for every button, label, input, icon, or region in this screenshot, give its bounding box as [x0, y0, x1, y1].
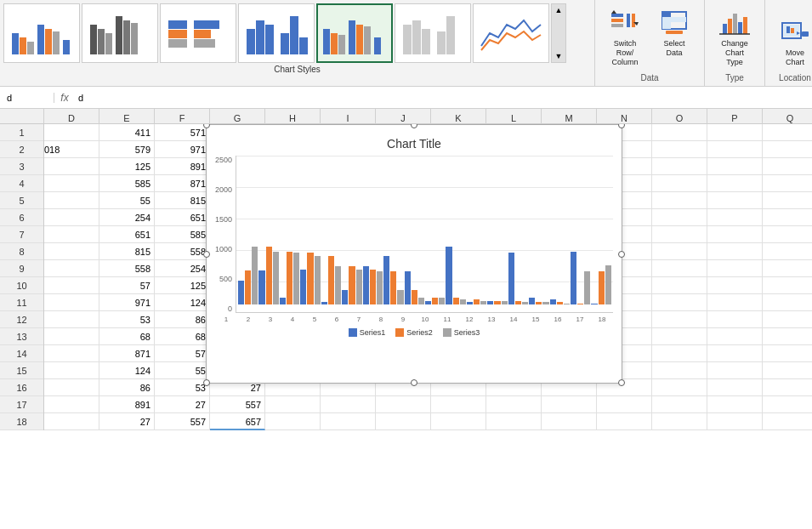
cell-d-3[interactable]	[44, 175, 99, 192]
cell-empty-13-3[interactable]	[763, 175, 812, 192]
cell-e-12[interactable]: 68	[99, 328, 155, 345]
cell-empty-7-17[interactable]	[431, 413, 486, 430]
cell-f-11[interactable]: 86	[155, 311, 210, 328]
col-header-i[interactable]: I	[321, 109, 376, 124]
cell-f-13[interactable]: 57	[155, 345, 210, 362]
cell-empty-11-15[interactable]	[652, 379, 707, 396]
cell-d-15[interactable]	[44, 379, 99, 396]
cell-f-2[interactable]: 891	[155, 158, 210, 175]
cell-d-4[interactable]	[44, 192, 99, 209]
cell-f-10[interactable]: 124	[155, 294, 210, 311]
col-header-k[interactable]: K	[431, 109, 486, 124]
cell-empty-12-17[interactable]	[707, 413, 763, 430]
cell-empty-12-0[interactable]	[707, 124, 763, 141]
cell-e-17[interactable]: 27	[99, 413, 155, 430]
cell-f-6[interactable]: 585	[155, 226, 210, 243]
cell-e-6[interactable]: 651	[99, 226, 155, 243]
chart-style-4[interactable]	[238, 3, 315, 63]
cell-empty-5-16[interactable]	[321, 396, 376, 413]
col-header-n[interactable]: N	[597, 109, 652, 124]
cell-f-4[interactable]: 815	[155, 192, 210, 209]
cell-e-10[interactable]: 971	[99, 294, 155, 311]
cell-d-0[interactable]	[44, 124, 99, 141]
cell-empty-11-0[interactable]	[652, 124, 707, 141]
cell-e-13[interactable]: 871	[99, 345, 155, 362]
cell-e-11[interactable]: 53	[99, 311, 155, 328]
col-header-d[interactable]: D	[44, 109, 99, 124]
cell-d-16[interactable]	[44, 396, 99, 413]
cell-empty-9-16[interactable]	[542, 396, 597, 413]
cell-e-9[interactable]: 57	[99, 277, 155, 294]
cell-empty-11-8[interactable]	[652, 260, 707, 277]
cell-empty-11-7[interactable]	[652, 243, 707, 260]
cell-f-12[interactable]: 68	[155, 328, 210, 345]
cell-e-8[interactable]: 558	[99, 260, 155, 277]
switch-row-column-button[interactable]: Switch Row/Column	[602, 3, 648, 70]
cell-reference[interactable]: d	[3, 93, 54, 103]
cell-empty-12-5[interactable]	[707, 209, 763, 226]
cell-empty-11-11[interactable]	[652, 311, 707, 328]
cell-empty-13-0[interactable]	[763, 124, 812, 141]
cell-empty-13-15[interactable]	[763, 379, 812, 396]
cell-d-11[interactable]	[44, 311, 99, 328]
col-header-p[interactable]: P	[707, 109, 763, 124]
cell-d-7[interactable]	[44, 243, 99, 260]
chart-style-6[interactable]	[395, 3, 471, 63]
chart-style-7[interactable]	[473, 3, 549, 63]
cell-empty-13-17[interactable]	[763, 413, 812, 430]
cell-e-14[interactable]: 124	[99, 362, 155, 379]
chart-styles-scroll[interactable]: ▲ ▼	[551, 3, 566, 63]
cell-f-16[interactable]: 27	[155, 396, 210, 413]
cell-empty-13-12[interactable]	[763, 328, 812, 345]
cell-empty-11-10[interactable]	[652, 294, 707, 311]
cell-d-17[interactable]	[44, 413, 99, 430]
cell-empty-13-4[interactable]	[763, 192, 812, 209]
cell-empty-12-6[interactable]	[707, 226, 763, 243]
cell-empty-8-17[interactable]	[486, 413, 542, 430]
cell-empty-12-13[interactable]	[707, 345, 763, 362]
cell-empty-13-5[interactable]	[763, 209, 812, 226]
cell-empty-13-1[interactable]	[763, 141, 812, 158]
cell-empty-12-1[interactable]	[707, 141, 763, 158]
cell-empty-13-13[interactable]	[763, 345, 812, 362]
cell-empty-11-13[interactable]	[652, 345, 707, 362]
chart-handle[interactable]	[411, 124, 417, 128]
chart-handle[interactable]	[203, 251, 210, 258]
col-header-j[interactable]: J	[376, 109, 431, 124]
cell-empty-7-16[interactable]	[431, 396, 486, 413]
cell-empty-10-16[interactable]	[597, 396, 652, 413]
cell-d-13[interactable]	[44, 345, 99, 362]
chart-style-3[interactable]	[160, 3, 236, 63]
cell-empty-12-16[interactable]	[707, 396, 763, 413]
cell-empty-6-16[interactable]	[376, 396, 431, 413]
cell-e-7[interactable]: 815	[99, 243, 155, 260]
cell-empty-13-10[interactable]	[763, 294, 812, 311]
cell-f-5[interactable]: 651	[155, 209, 210, 226]
cell-f-9[interactable]: 125	[155, 277, 210, 294]
cell-empty-4-16[interactable]	[265, 396, 321, 413]
cell-empty-11-16[interactable]	[652, 396, 707, 413]
cell-f-3[interactable]: 871	[155, 175, 210, 192]
cell-empty-13-9[interactable]	[763, 277, 812, 294]
cell-f-0[interactable]: 571	[155, 124, 210, 141]
chart-handle[interactable]	[618, 251, 625, 258]
cell-d-8[interactable]	[44, 260, 99, 277]
col-header-g[interactable]: G	[210, 109, 265, 124]
cell-d-10[interactable]	[44, 294, 99, 311]
change-chart-type-button[interactable]: ChangeChart Type	[712, 3, 758, 70]
cell-empty-12-12[interactable]	[707, 328, 763, 345]
chart-overlay[interactable]: Chart Title25002000150010005000123456789…	[206, 124, 622, 384]
cell-empty-11-9[interactable]	[652, 277, 707, 294]
cell-empty-11-14[interactable]	[652, 362, 707, 379]
cell-empty-13-8[interactable]	[763, 260, 812, 277]
cell-empty-13-6[interactable]	[763, 226, 812, 243]
cell-g-17[interactable]: 657	[210, 413, 265, 430]
cell-empty-12-9[interactable]	[707, 277, 763, 294]
cell-g-16[interactable]: 557	[210, 396, 265, 413]
cell-empty-12-10[interactable]	[707, 294, 763, 311]
cell-empty-13-2[interactable]	[763, 158, 812, 175]
cell-f-14[interactable]: 55	[155, 362, 210, 379]
cell-empty-11-3[interactable]	[652, 175, 707, 192]
col-header-l[interactable]: L	[486, 109, 542, 124]
cell-e-4[interactable]: 55	[99, 192, 155, 209]
